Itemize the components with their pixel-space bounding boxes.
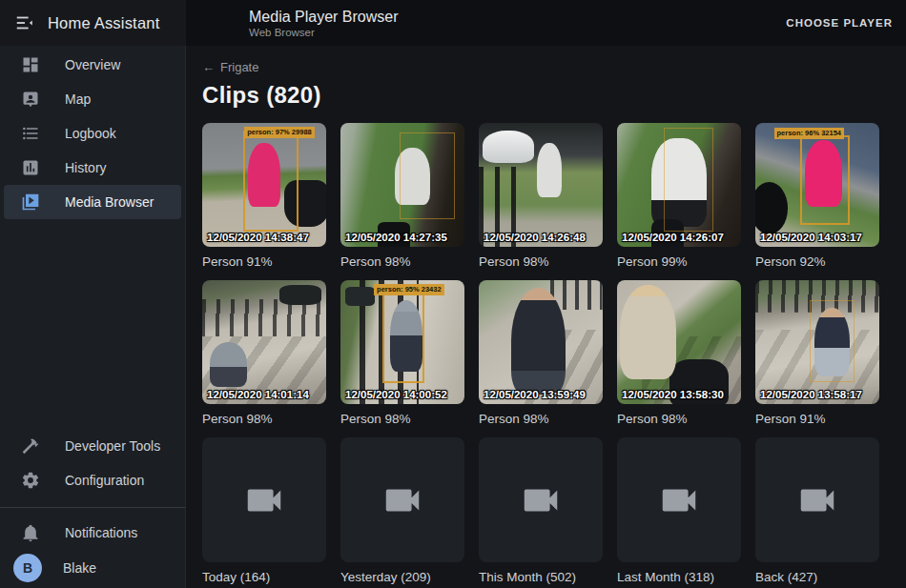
play-box-multiple-icon — [21, 193, 40, 212]
folder-thumbnail — [479, 437, 603, 562]
clip-card[interactable]: 12/05/2020 13:58:17 Person 91% — [755, 280, 879, 426]
back-arrow-icon: ← — [202, 60, 215, 74]
clip-thumbnail: 12/05/2020 13:58:17 — [755, 280, 879, 404]
sidebar-item-history[interactable]: History — [4, 151, 181, 185]
folder-label: Last Month (318) — [617, 570, 741, 584]
gear-icon — [21, 471, 40, 490]
sidebar-profile[interactable]: B Blake — [0, 550, 185, 586]
clip-thumbnail: person: 96% 32154 12/05/2020 14:03:17 — [755, 123, 879, 247]
clip-card[interactable]: 12/05/2020 14:26:48 Person 98% — [479, 123, 603, 269]
clip-label: Person 98% — [202, 412, 326, 426]
notifications-label: Notifications — [65, 525, 137, 540]
folder-label: Today (164) — [202, 570, 326, 584]
menu-open-icon — [14, 12, 35, 33]
clip-timestamp: 12/05/2020 14:01:14 — [207, 389, 324, 400]
clip-card[interactable]: 12/05/2020 13:59:49 Person 98% — [479, 280, 603, 426]
view-title: Media Player Browser — [249, 8, 399, 26]
detection-bbox — [400, 132, 454, 219]
detection-bbox — [243, 131, 299, 233]
folder-card-this-month-502-[interactable]: This Month (502) — [479, 437, 603, 584]
sidebar-item-media-browser[interactable]: Media Browser — [4, 185, 181, 219]
clip-card[interactable]: 12/05/2020 14:26:07 Person 99% — [617, 123, 741, 269]
sidebar-item-label: History — [65, 160, 107, 175]
view-title-block: Media Player Browser Web Browser — [249, 8, 399, 38]
clip-label: Person 98% — [340, 254, 464, 269]
clip-thumbnail: 12/05/2020 14:01:14 — [202, 280, 326, 404]
back-label: Frigate — [220, 60, 258, 74]
clip-timestamp: 12/05/2020 13:59:49 — [484, 389, 601, 400]
chart-box-icon — [21, 158, 40, 177]
folder-card-last-month-318-[interactable]: Last Month (318) — [617, 437, 741, 584]
folder-thumbnail — [617, 437, 741, 562]
clip-timestamp: 12/05/2020 14:03:17 — [760, 232, 877, 243]
bell-icon — [21, 523, 40, 542]
clip-timestamp: 12/05/2020 14:27:35 — [345, 232, 463, 243]
clip-card[interactable]: 12/05/2020 14:01:14 Person 98% — [202, 280, 326, 426]
clip-thumbnail: 12/05/2020 14:27:35 — [340, 123, 464, 247]
top-app-bar: Home Assistant Media Player Browser Web … — [0, 0, 906, 46]
folder-card-today-164-[interactable]: Today (164) — [202, 437, 326, 584]
sidebar-item-map[interactable]: Map — [4, 82, 181, 116]
clip-card[interactable]: person: 95% 23432 12/05/2020 14:00:52 Pe… — [340, 280, 464, 426]
clips-grid: person: 97% 29988 12/05/2020 14:38:47 Pe… — [202, 123, 906, 584]
clip-timestamp: 12/05/2020 14:26:48 — [484, 232, 601, 243]
format-list-bulleted-icon — [21, 124, 40, 143]
sidebar-spacer — [0, 219, 185, 429]
detection-bbox — [810, 300, 855, 382]
clip-timestamp: 12/05/2020 14:38:47 — [207, 232, 324, 243]
sidebar-item-configuration[interactable]: Configuration — [4, 463, 181, 497]
choose-player-button[interactable]: CHOOSE PLAYER — [786, 17, 893, 29]
breadcrumb-back[interactable]: ← Frigate — [202, 60, 258, 74]
detection-label: person: 97% 29988 — [244, 127, 315, 138]
detection-label: person: 96% 32154 — [774, 128, 845, 139]
clip-label: Person 98% — [479, 254, 603, 269]
clip-label: Person 92% — [755, 254, 879, 269]
sidebar-item-label: Map — [65, 91, 91, 107]
clip-timestamp: 12/05/2020 14:00:52 — [345, 389, 463, 400]
sidebar-divider — [0, 507, 185, 508]
folder-label: Yesterday (209) — [340, 570, 464, 584]
clip-label: Person 98% — [479, 412, 603, 426]
toolbar: Media Player Browser Web Browser CHOOSE … — [186, 0, 906, 46]
clip-label: Person 99% — [617, 254, 741, 269]
clip-thumbnail: person: 97% 29988 12/05/2020 14:38:47 — [202, 123, 326, 247]
sidebar-item-label: Developer Tools — [65, 438, 160, 454]
sidebar-header: Home Assistant — [0, 0, 186, 46]
sidebar-item-notifications[interactable]: Notifications — [4, 516, 181, 550]
clip-card[interactable]: 12/05/2020 13:58:30 Person 98% — [617, 280, 741, 426]
clip-label: Person 98% — [340, 412, 464, 426]
sidebar-primary-items: Overview Map Logbook History Media Brows… — [0, 48, 185, 219]
sidebar-item-label: Configuration — [65, 473, 144, 488]
video-camera-icon — [242, 478, 286, 522]
sidebar-item-label: Overview — [65, 57, 120, 72]
clip-thumbnail: 12/05/2020 14:26:07 — [617, 123, 741, 247]
detection-label: person: 95% 23432 — [374, 284, 444, 295]
video-camera-icon — [381, 478, 424, 522]
sidebar-item-developer-tools[interactable]: Developer Tools — [4, 429, 181, 463]
clip-card[interactable]: person: 96% 32154 12/05/2020 14:03:17 Pe… — [755, 123, 879, 269]
profile-name: Blake — [63, 560, 96, 576]
sidebar-toggle-button[interactable] — [13, 11, 36, 34]
clip-timestamp: 12/05/2020 13:58:30 — [622, 389, 739, 400]
folder-card-back-427-[interactable]: Back (427) — [755, 437, 879, 584]
clip-card[interactable]: 12/05/2020 14:27:35 Person 98% — [340, 123, 464, 269]
folder-label: Back (427) — [755, 570, 879, 584]
detection-bbox — [382, 292, 424, 383]
sidebar-item-logbook[interactable]: Logbook — [4, 116, 181, 151]
clip-label: Person 91% — [755, 412, 879, 426]
sidebar: Overview Map Logbook History Media Brows… — [0, 46, 186, 588]
sidebar-item-overview[interactable]: Overview — [4, 48, 181, 82]
media-browser-content: ← Frigate Clips (820) person: 97% 29988 … — [186, 46, 906, 588]
page-title: Clips (820) — [202, 82, 906, 109]
clip-card[interactable]: person: 97% 29988 12/05/2020 14:38:47 Pe… — [202, 123, 326, 269]
view-subtitle: Web Browser — [249, 27, 399, 38]
detection-bbox — [664, 128, 713, 232]
clip-timestamp: 12/05/2020 14:26:07 — [622, 232, 739, 243]
avatar: B — [13, 554, 42, 582]
clip-timestamp: 12/05/2020 13:58:17 — [760, 389, 877, 400]
clip-thumbnail: person: 95% 23432 12/05/2020 14:00:52 — [340, 280, 464, 404]
folder-card-yesterday-209-[interactable]: Yesterday (209) — [340, 437, 464, 584]
clip-thumbnail: 12/05/2020 13:58:30 — [617, 280, 741, 404]
sidebar-item-label: Logbook — [65, 126, 116, 141]
folder-thumbnail — [202, 437, 326, 562]
